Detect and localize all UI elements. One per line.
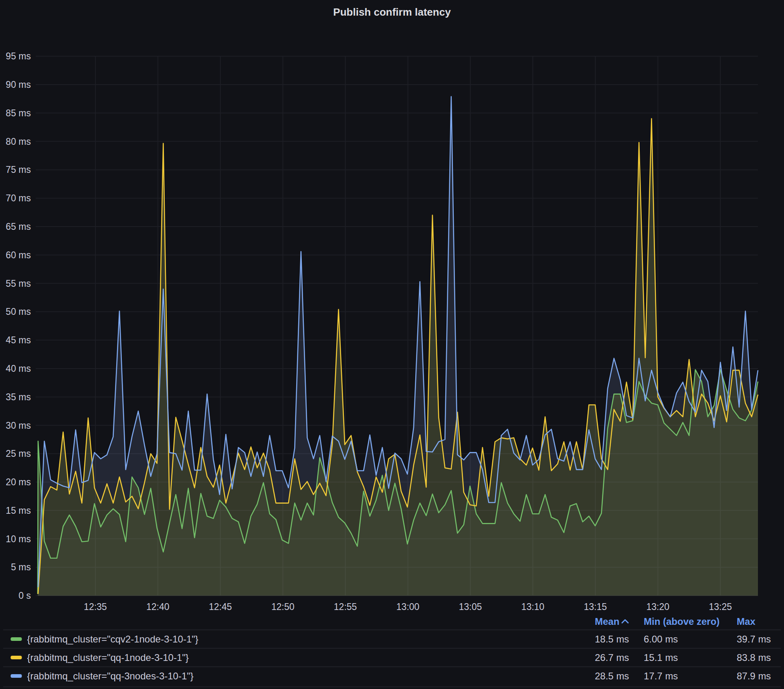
svg-text:50 ms: 50 ms (6, 306, 31, 317)
svg-text:18.5 ms: 18.5 ms (595, 634, 629, 644)
svg-text:60 ms: 60 ms (6, 250, 31, 260)
svg-text:17.7 ms: 17.7 ms (644, 671, 678, 681)
svg-text:65 ms: 65 ms (6, 221, 31, 232)
svg-text:{rabbitmq_cluster="cqv2-1node-: {rabbitmq_cluster="cqv2-1node-3-10-1"} (27, 634, 198, 644)
svg-text:39.7 ms: 39.7 ms (737, 634, 771, 644)
svg-text:15.1 ms: 15.1 ms (644, 652, 678, 663)
svg-text:26.7 ms: 26.7 ms (595, 652, 629, 663)
svg-text:{rabbitmq_cluster="qq-1node-3-: {rabbitmq_cluster="qq-1node-3-10-1"} (27, 652, 189, 663)
svg-text:35 ms: 35 ms (6, 392, 31, 402)
svg-text:5 ms: 5 ms (11, 562, 31, 572)
svg-text:12:50: 12:50 (271, 602, 295, 612)
svg-text:55 ms: 55 ms (6, 278, 31, 289)
svg-text:85 ms: 85 ms (6, 108, 31, 118)
svg-text:10 ms: 10 ms (6, 534, 31, 544)
svg-text:15 ms: 15 ms (6, 505, 31, 516)
svg-text:Min (above zero): Min (above zero) (644, 616, 719, 627)
svg-text:25 ms: 25 ms (6, 448, 31, 459)
svg-text:30 ms: 30 ms (6, 420, 31, 431)
svg-text:6.00 ms: 6.00 ms (644, 634, 678, 644)
svg-text:12:45: 12:45 (209, 602, 232, 612)
svg-text:70 ms: 70 ms (6, 193, 31, 203)
svg-text:90 ms: 90 ms (6, 79, 31, 90)
svg-text:13:20: 13:20 (647, 602, 670, 612)
svg-text:28.5 ms: 28.5 ms (595, 671, 629, 681)
svg-text:13:15: 13:15 (584, 602, 607, 612)
svg-text:95 ms: 95 ms (6, 51, 31, 61)
svg-text:12:40: 12:40 (146, 602, 170, 612)
svg-text:13:05: 13:05 (459, 602, 482, 612)
svg-text:0 s: 0 s (18, 590, 31, 601)
svg-text:40 ms: 40 ms (6, 363, 31, 374)
svg-text:83.8 ms: 83.8 ms (737, 652, 771, 663)
svg-text:12:55: 12:55 (334, 602, 357, 612)
svg-text:20 ms: 20 ms (6, 477, 31, 487)
svg-text:Publish confirm latency: Publish confirm latency (333, 6, 451, 18)
svg-text:13:10: 13:10 (521, 602, 545, 612)
svg-text:13:25: 13:25 (709, 602, 732, 612)
svg-text:{rabbitmq_cluster="qq-3nodes-3: {rabbitmq_cluster="qq-3nodes-3-10-1"} (27, 671, 194, 681)
svg-text:75 ms: 75 ms (6, 164, 31, 175)
svg-text:80 ms: 80 ms (6, 136, 31, 147)
svg-text:13:00: 13:00 (396, 602, 420, 612)
svg-text:45 ms: 45 ms (6, 335, 31, 345)
svg-text:Mean: Mean (595, 616, 619, 627)
svg-text:87.9 ms: 87.9 ms (737, 671, 771, 681)
svg-text:Max: Max (737, 616, 756, 627)
svg-text:12:35: 12:35 (84, 602, 107, 612)
